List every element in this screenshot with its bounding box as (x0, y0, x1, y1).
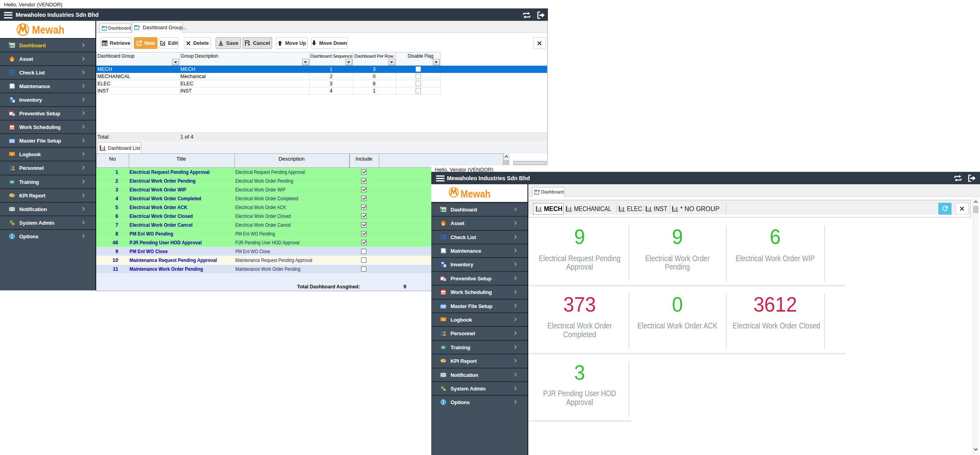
svg-text:15: 15 (442, 291, 445, 295)
svg-text:ID: ID (442, 346, 445, 349)
svg-text:15: 15 (10, 126, 14, 130)
svg-text:ID: ID (10, 180, 14, 184)
